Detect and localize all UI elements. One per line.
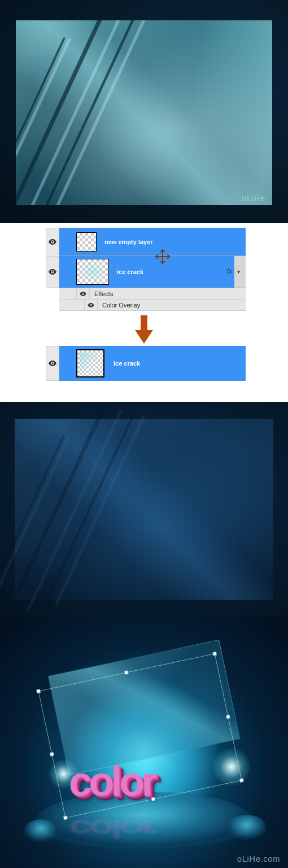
eye-icon[interactable] (76, 288, 90, 299)
arrow-down-icon (133, 315, 155, 344)
layer-thumbnail[interactable] (76, 232, 97, 251)
effects-row[interactable]: Effects (59, 288, 246, 300)
visibility-toggle[interactable] (46, 228, 59, 255)
layer-effects-list: Effects Color Overlay (59, 288, 246, 311)
fx-indicator[interactable]: fx (227, 267, 232, 275)
svg-point-5 (90, 304, 91, 305)
color-overlay-label: Color Overlay (102, 302, 140, 309)
layer-thumbnail[interactable] (76, 259, 109, 285)
layer-name[interactable]: ice crack (114, 360, 140, 367)
layer-row-empty[interactable]: new empty layer (59, 228, 246, 256)
result-panel: color color oLiHe.com (0, 617, 288, 868)
layers-after-block: ice crack (59, 346, 246, 381)
transform-handle[interactable] (212, 652, 217, 656)
transform-handle[interactable] (226, 714, 230, 719)
transform-handle[interactable] (50, 752, 54, 757)
lock-column (234, 256, 246, 288)
visibility-toggle[interactable] (46, 346, 59, 381)
transform-handle[interactable] (124, 670, 129, 675)
layers-before-block: new empty layer ice crack fx ▾ (59, 228, 246, 288)
ice-texture-image (16, 20, 272, 205)
watermark-text: oLiHe.com (237, 854, 280, 863)
color-3d-reflection: color (68, 815, 155, 844)
ice-texture-panel: oLiHe (0, 0, 288, 223)
transform-handle[interactable] (151, 797, 155, 801)
svg-point-4 (82, 293, 84, 294)
layer-row-icecrack[interactable]: ice crack (59, 256, 246, 288)
eye-icon (49, 237, 56, 247)
svg-point-0 (52, 241, 54, 242)
layer-thumbnail[interactable] (76, 349, 104, 377)
watermark-text: oLiHe (242, 194, 265, 203)
chevron-down-icon[interactable]: ▾ (237, 268, 240, 275)
layer-row-merged[interactable]: ice crack (59, 346, 246, 381)
transform-handle[interactable] (36, 689, 41, 693)
eye-icon (49, 267, 56, 277)
layers-panel-diagram: new empty layer ice crack fx ▾ Effects (0, 223, 288, 402)
eye-icon (49, 358, 56, 368)
transform-handle[interactable] (63, 815, 68, 820)
layer-name[interactable]: ice crack (117, 268, 143, 275)
layer-name[interactable]: new empty layer (104, 238, 153, 245)
transform-handle[interactable] (239, 778, 244, 783)
svg-point-1 (52, 271, 54, 273)
effects-label: Effects (94, 290, 113, 297)
eye-icon[interactable] (84, 300, 98, 310)
transform-center-icon[interactable] (137, 732, 143, 739)
dark-ice-panel (0, 402, 288, 617)
dark-ice-image (15, 419, 273, 600)
color-overlay-row[interactable]: Color Overlay (59, 300, 246, 311)
svg-point-6 (52, 363, 54, 364)
visibility-toggle[interactable] (46, 256, 59, 288)
